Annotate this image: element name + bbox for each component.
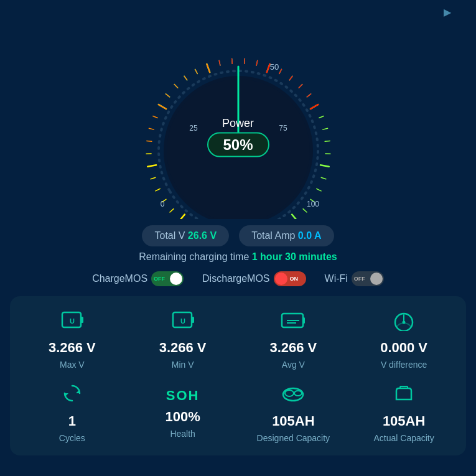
play-icon[interactable]: ▶ xyxy=(444,6,464,26)
gauge-tick-100: 100 xyxy=(306,200,319,208)
card-v-diff: 0.000 V V difference xyxy=(352,309,456,370)
svg-line-35 xyxy=(179,215,184,219)
charge-mos-toggle-item: ChargeMOS OFF xyxy=(92,271,184,286)
total-amp-badge: Total Amp 0.0 A xyxy=(239,225,334,246)
svg-line-52 xyxy=(231,58,232,63)
wifi-toggle[interactable]: OFF xyxy=(352,271,384,286)
card-actual-capacity: 105AH Actual Capacity xyxy=(352,382,456,443)
card-designed-capacity: 105AH Designed Capacity xyxy=(241,382,346,443)
svg-line-20 xyxy=(320,165,329,166)
battery-avg-icon xyxy=(281,309,306,336)
charge-mos-knob xyxy=(170,273,182,285)
health-label: Health xyxy=(170,429,195,439)
speedometer-icon xyxy=(391,309,416,336)
svg-line-53 xyxy=(244,58,245,63)
total-amp-label: Total Amp xyxy=(251,230,295,241)
toggles-row: ChargeMOS OFF DischargeMOS ON Wi-Fi OFF xyxy=(92,271,384,286)
min-v-label: Min V xyxy=(172,360,194,370)
actual-capacity-label: Actual Capacity xyxy=(373,433,434,443)
svg-line-51 xyxy=(219,60,220,65)
svg-marker-81 xyxy=(65,393,68,397)
svg-line-22 xyxy=(316,189,320,191)
card-avg-v: 3.266 V Avg V xyxy=(241,309,346,370)
v-diff-label: V difference xyxy=(381,360,427,370)
cloud-icon xyxy=(281,382,306,409)
wifi-knob xyxy=(370,273,383,285)
remaining-label: Remaining charging time xyxy=(139,251,249,262)
svg-rect-74 xyxy=(303,317,305,324)
total-v-label: Total V xyxy=(154,230,185,241)
gauge-power-label: Power xyxy=(207,117,269,130)
designed-capacity-label: Designed Capacity xyxy=(257,433,330,443)
svg-point-79 xyxy=(403,321,406,324)
capacity-icon xyxy=(391,382,416,409)
card-min-v: U 3.266 V Min V xyxy=(131,309,235,370)
svg-line-56 xyxy=(279,69,281,73)
wifi-toggle-item: Wi-Fi OFF xyxy=(325,271,384,286)
charge-mos-toggle[interactable]: OFF xyxy=(151,271,184,286)
charge-mos-state: OFF xyxy=(154,276,165,282)
svg-line-47 xyxy=(174,85,178,88)
battery-min-icon: U xyxy=(170,309,195,336)
svg-line-24 xyxy=(303,209,307,212)
svg-line-38 xyxy=(155,189,159,191)
svg-point-84 xyxy=(294,391,302,396)
gauge-tick-50: 50 xyxy=(269,62,278,72)
cycles-label: Cycles xyxy=(59,433,85,443)
svg-line-49 xyxy=(195,69,197,73)
card-health: SOH 100% Health xyxy=(131,382,235,443)
wifi-state: OFF xyxy=(354,276,365,282)
battery-max-icon: U xyxy=(60,309,85,336)
gauge-tick-0: 0 xyxy=(160,200,164,208)
soh-icon: SOH xyxy=(166,382,200,405)
svg-point-83 xyxy=(285,390,294,396)
avg-v-label: Avg V xyxy=(282,360,305,370)
svg-line-58 xyxy=(299,85,302,88)
gauge-tick-25: 25 xyxy=(189,124,198,133)
svg-line-46 xyxy=(166,94,169,97)
svg-line-25 xyxy=(292,215,297,219)
health-value: 100% xyxy=(165,409,200,425)
svg-marker-80 xyxy=(76,390,80,393)
max-v-value: 3.266 V xyxy=(49,340,96,356)
cycles-icon xyxy=(60,382,85,409)
stats-row: Total V 26.6 V Total Amp 0.0 A xyxy=(142,225,334,246)
soh-text: SOH xyxy=(166,388,200,403)
discharge-mos-state: ON xyxy=(290,276,299,282)
remaining-value: 1 hour 30 minutes xyxy=(252,251,337,262)
discharge-mos-knob xyxy=(275,273,287,285)
svg-line-36 xyxy=(170,209,174,212)
charge-mos-label: ChargeMOS xyxy=(92,273,147,284)
remaining-time: Remaining charging time 1 hour 30 minute… xyxy=(139,251,337,263)
wifi-label: Wi-Fi xyxy=(325,273,348,284)
svg-line-59 xyxy=(307,94,310,97)
svg-line-57 xyxy=(289,76,292,80)
designed-capacity-value: 105AH xyxy=(272,413,314,429)
actual-capacity-value: 105AH xyxy=(383,413,425,429)
svg-line-48 xyxy=(184,76,187,80)
total-v-badge: Total V 26.6 V xyxy=(142,225,229,246)
svg-rect-68 xyxy=(81,317,83,323)
gauge-tick-75: 75 xyxy=(279,124,287,133)
gauge-percent-badge: 50% xyxy=(207,133,269,157)
bottom-card: U 3.266 V Max V U 3.266 V Min V 3.266 V xyxy=(10,296,466,455)
svg-line-21 xyxy=(321,177,326,179)
cycles-value: 1 xyxy=(68,413,76,429)
svg-line-54 xyxy=(256,60,258,65)
avg-v-value: 3.266 V xyxy=(269,340,317,356)
svg-line-39 xyxy=(151,177,156,179)
svg-line-50 xyxy=(207,64,210,72)
v-diff-value: 0.000 V xyxy=(380,340,427,356)
total-v-value: 26.6 V xyxy=(188,230,217,241)
svg-text:U: U xyxy=(180,317,185,325)
gauge-center-label: Power 50% xyxy=(207,117,269,157)
discharge-mos-label: DischargeMOS xyxy=(202,273,269,284)
discharge-mos-toggle-item: DischargeMOS ON xyxy=(202,271,306,286)
svg-text:U: U xyxy=(70,317,75,325)
total-amp-value: 0.0 A xyxy=(298,230,322,241)
min-v-value: 3.266 V xyxy=(159,340,207,356)
gauge-container: /* generated below */ xyxy=(120,32,357,219)
discharge-mos-toggle[interactable]: ON xyxy=(274,271,306,286)
svg-line-40 xyxy=(147,165,156,166)
card-max-v: U 3.266 V Max V xyxy=(20,309,124,370)
